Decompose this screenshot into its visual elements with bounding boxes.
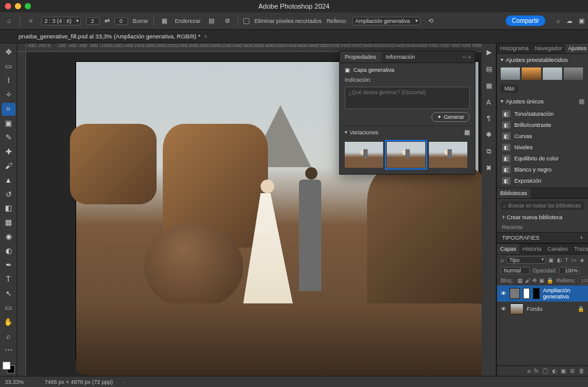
delete-cropped-checkbox[interactable] <box>243 18 249 24</box>
chevron-right-icon[interactable]: › <box>124 379 126 385</box>
lock-all-icon[interactable]: 🔒 <box>547 277 553 284</box>
swap-icon[interactable]: ⇄ <box>105 17 110 24</box>
blur-tool[interactable]: ◉ <box>2 230 15 243</box>
variation-thumb[interactable] <box>345 142 383 168</box>
close-tab-icon[interactable]: × <box>204 33 208 40</box>
tab-capas[interactable]: Capas <box>497 244 519 254</box>
layer-style-icon[interactable]: fx <box>534 368 538 374</box>
pen-tool[interactable]: ✒ <box>2 259 15 272</box>
actions-panel-icon[interactable]: ✖ <box>486 164 491 172</box>
lock-pixels-icon[interactable]: 🖌 <box>525 277 530 284</box>
lock-position-icon[interactable]: ✥ <box>532 277 537 284</box>
clone-panel-icon[interactable]: ⧉ <box>486 147 491 155</box>
healing-brush-tool[interactable]: ✚ <box>2 145 15 158</box>
crop-icon[interactable]: ⌗ <box>25 15 37 27</box>
new-adjustment-icon[interactable]: ◐ <box>552 368 557 374</box>
filter-type-select[interactable]: Tipo <box>506 256 546 264</box>
filter-kind-icon[interactable]: ⌕ <box>501 257 504 263</box>
play-icon[interactable]: ▶ <box>486 48 491 56</box>
search-icon[interactable]: ⌕ <box>556 17 560 24</box>
dodge-tool[interactable]: ◐ <box>2 245 15 258</box>
close-icon[interactable] <box>5 3 11 9</box>
fill-select[interactable]: Ampliación generativa <box>352 17 420 25</box>
adjustment-item[interactable]: ◧Equilibrio de color <box>497 153 588 164</box>
tab-histogram[interactable]: Histograma <box>497 43 532 53</box>
preset-thumb[interactable] <box>543 67 562 80</box>
move-tool[interactable]: ✥ <box>2 46 15 59</box>
clone-stamp-tool[interactable]: ▲ <box>2 173 15 186</box>
clear-button[interactable]: Borrar <box>133 18 149 24</box>
filter-adjust-icon[interactable]: ◐ <box>557 257 562 263</box>
straighten-icon[interactable]: ▦ <box>159 15 170 27</box>
new-group-icon[interactable]: ▣ <box>561 368 566 374</box>
layer-item[interactable]: 👁 Fondo 🔒 <box>497 302 588 316</box>
grid-overlay-icon[interactable]: ▤ <box>205 15 217 27</box>
reset-icon[interactable]: ⟲ <box>425 15 436 27</box>
layer-item[interactable]: 👁 Ampliación generativa <box>497 285 588 302</box>
blend-mode-select[interactable]: Normal <box>501 267 530 274</box>
frame-tool[interactable]: ▣ <box>2 117 15 130</box>
path-select-tool[interactable]: ↖ <box>2 287 15 300</box>
magic-wand-tool[interactable]: ✧ <box>2 89 15 102</box>
link-layers-icon[interactable]: ⌀ <box>527 368 530 374</box>
filter-pixel-icon[interactable]: ▣ <box>548 257 554 263</box>
mask-thumb[interactable] <box>533 288 540 299</box>
variation-thumb[interactable] <box>429 142 467 168</box>
workspace-icon[interactable]: ▣ <box>579 17 584 24</box>
eyedropper-tool[interactable]: ✎ <box>2 131 15 144</box>
type-tool[interactable]: T <box>2 273 15 286</box>
create-library-link[interactable]: + Crear nueva biblioteca <box>497 212 588 222</box>
zoom-tool[interactable]: ⌕ <box>2 329 15 342</box>
layer-thumb[interactable] <box>509 288 520 299</box>
adjustment-item[interactable]: ◧Tono/saturación <box>497 108 588 120</box>
filter-shape-icon[interactable]: ▭ <box>571 257 577 263</box>
tab-info[interactable]: Información <box>381 51 420 63</box>
fill-value[interactable]: 100% <box>579 277 588 284</box>
swatches-panel-icon[interactable]: ▦ <box>486 82 492 90</box>
grid-view-icon[interactable]: ▦ <box>464 129 470 136</box>
preset-thumb[interactable] <box>522 67 541 80</box>
brush-tool[interactable]: 🖌 <box>2 159 15 172</box>
opacity-value[interactable]: 100% <box>559 267 580 274</box>
new-layer-icon[interactable]: ⊞ <box>570 368 575 374</box>
marquee-tool[interactable]: ▭ <box>2 60 15 73</box>
color-swatches[interactable] <box>2 362 15 373</box>
view-grid-icon[interactable]: ▦ <box>579 98 584 105</box>
crop-tool[interactable]: ⌗ <box>2 103 15 116</box>
panel-collapse-icon[interactable]: ›› ≡ <box>459 51 475 63</box>
tab-canales[interactable]: Canales <box>545 244 571 254</box>
layer-thumb[interactable] <box>510 303 524 315</box>
settings-gear-icon[interactable]: ⚙ <box>222 15 233 27</box>
zoom-level[interactable]: 33.33% <box>5 379 33 385</box>
variations-header[interactable]: ▾ Variaciones ▦ <box>340 126 475 138</box>
character-panel-icon[interactable]: A <box>486 98 491 106</box>
tab-libraries[interactable]: Bibliotecas <box>497 188 530 198</box>
generate-button[interactable]: ✦ Generar <box>431 112 470 122</box>
tab-navigator[interactable]: Navegador <box>532 43 565 53</box>
brushes-panel-icon[interactable]: ✱ <box>486 131 491 139</box>
properties-panel[interactable]: Propiedades Información ›› ≡ ▣ Capa gene… <box>339 51 475 175</box>
color-panel-icon[interactable]: ▤ <box>486 65 492 73</box>
more-presets-button[interactable]: Más <box>501 84 518 93</box>
filter-type-icon[interactable]: T <box>565 257 568 263</box>
add-icon[interactable]: + <box>580 235 583 241</box>
gradient-tool[interactable]: ▦ <box>2 216 15 229</box>
mask-thumb[interactable] <box>523 288 530 299</box>
adjustment-item[interactable]: ◧Exposición <box>497 175 588 186</box>
library-folder[interactable]: TIPOGRAFIES + <box>497 232 588 243</box>
adjustment-item[interactable]: ◧Curvas <box>497 131 588 142</box>
width-input[interactable]: 2 <box>86 17 100 25</box>
history-brush-tool[interactable]: ↺ <box>2 188 15 201</box>
variation-thumb[interactable] <box>387 142 425 168</box>
tab-historia[interactable]: Historia <box>519 244 545 254</box>
hand-tool[interactable]: ✋ <box>2 315 15 328</box>
eraser-tool[interactable]: ◧ <box>2 202 15 215</box>
adjustment-item[interactable]: ◧Brillo/contraste <box>497 120 588 131</box>
doc-tab[interactable]: prueba_generative_fill.psd al 33,3% (Amp… <box>19 33 207 40</box>
prompt-input[interactable]: ¿Qué desea generar? (Opcional) <box>345 87 470 109</box>
visibility-icon[interactable]: 👁 <box>501 290 506 297</box>
height-input[interactable]: 0 <box>115 17 128 25</box>
preset-thumb[interactable] <box>564 67 583 80</box>
delete-layer-icon[interactable]: 🗑 <box>579 368 584 374</box>
visibility-icon[interactable]: 👁 <box>501 306 507 312</box>
